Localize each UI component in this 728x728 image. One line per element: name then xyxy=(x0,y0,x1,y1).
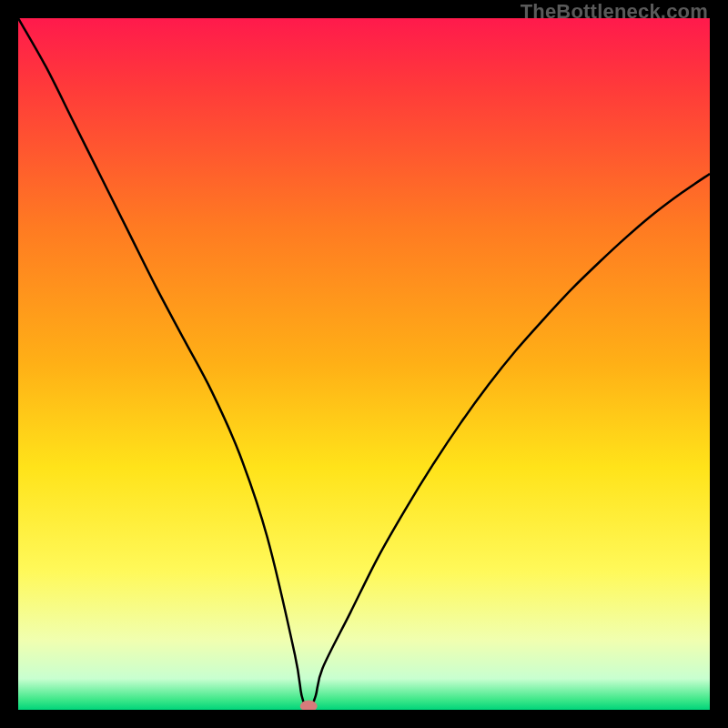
chart-frame: TheBottleneck.com xyxy=(0,0,728,728)
plot-area xyxy=(18,18,710,710)
gradient-background xyxy=(18,18,710,710)
watermark-text: TheBottleneck.com xyxy=(521,0,708,24)
bottleneck-chart xyxy=(18,18,710,710)
optimal-point-marker xyxy=(300,701,317,710)
